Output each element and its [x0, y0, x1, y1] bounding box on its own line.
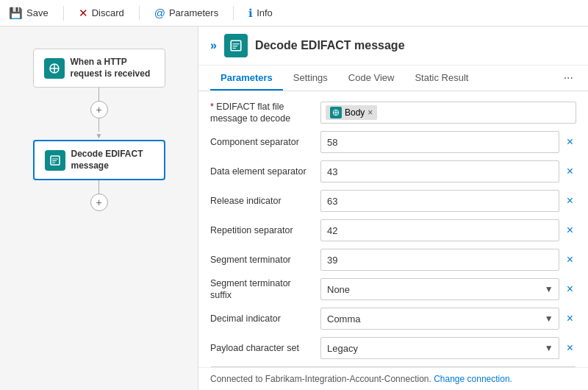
data-elem-input[interactable]	[320, 160, 559, 182]
component-sep-row: Component separator ×	[210, 130, 576, 155]
seg-term-suffix-select[interactable]: None CR LF CRLF	[320, 278, 559, 300]
component-sep-clear[interactable]: ×	[564, 134, 576, 150]
repetition-sep-row: Repetition separator ×	[210, 218, 576, 243]
toolbar-divider-2	[139, 6, 140, 21]
info-button[interactable]: ℹ Info	[248, 7, 273, 20]
repetition-sep-clear[interactable]: ×	[564, 222, 576, 238]
decimal-ind-select[interactable]: Comma Period	[320, 308, 559, 330]
connector-1: + ▼	[90, 88, 108, 140]
parameters-icon: @	[154, 7, 165, 19]
http-request-node[interactable]: When a HTTP request is received	[33, 49, 165, 88]
save-icon: 💾	[9, 7, 23, 20]
payload-clear[interactable]: ×	[564, 340, 576, 356]
collapse-button[interactable]: »	[210, 39, 217, 52]
info-icon: ℹ	[248, 7, 253, 20]
release-ind-row: Release indicator ×	[210, 188, 576, 213]
release-ind-wrap: ×	[320, 190, 576, 212]
add-step-button-1[interactable]: +	[90, 101, 108, 118]
discard-label: Discard	[92, 7, 124, 18]
data-elem-clear[interactable]: ×	[564, 163, 576, 180]
payload-select-wrap: Legacy UTF-8 UTF-16 ▼	[320, 337, 559, 359]
discard-button[interactable]: ✕ Discard	[79, 7, 124, 20]
panel-footer: Connected to Fabrikam-Integration-Accoun…	[198, 367, 588, 390]
tab-code-view[interactable]: Code View	[338, 66, 405, 91]
more-tabs-button[interactable]: ···	[561, 65, 576, 91]
seg-term-suffix-label: Segment terminator suffix	[210, 277, 320, 302]
payload-select[interactable]: Legacy UTF-8 UTF-16	[320, 337, 559, 359]
connector-line-2	[98, 180, 99, 194]
edifact-tag-input[interactable]: Body ×	[320, 102, 576, 124]
connector-line-top	[98, 88, 99, 101]
save-label: Save	[26, 7, 49, 18]
arrow-down-1: ▼	[96, 132, 103, 140]
release-ind-label: Release indicator	[210, 195, 320, 207]
http-node-icon	[44, 58, 65, 79]
payload-wrap: Legacy UTF-8 UTF-16 ▼ ×	[320, 337, 576, 359]
repetition-sep-label: Repetition separator	[210, 224, 320, 236]
tabs-bar: Parameters Settings Code View Static Res…	[198, 65, 588, 91]
data-elem-row: Data element separator ×	[210, 159, 576, 184]
tag-icon	[330, 107, 342, 118]
detail-header: » Decode EDIFACT message	[198, 26, 588, 65]
segment-term-input[interactable]	[320, 249, 559, 271]
component-sep-input[interactable]	[320, 131, 559, 153]
decode-node-icon	[45, 150, 65, 171]
detail-panel: » Decode EDIFACT message Parameters Sett…	[198, 26, 588, 390]
toolbar-divider-1	[63, 6, 64, 21]
decimal-ind-clear[interactable]: ×	[564, 311, 576, 327]
info-label: Info	[257, 7, 273, 18]
data-elem-wrap: ×	[320, 160, 576, 182]
decimal-ind-wrap: Comma Period ▼ ×	[320, 308, 576, 330]
component-sep-label: Component separator	[210, 136, 320, 148]
add-step-button-2[interactable]: +	[90, 194, 108, 211]
connector-line-bottom	[98, 118, 99, 132]
release-ind-clear[interactable]: ×	[564, 193, 576, 209]
segment-term-clear[interactable]: ×	[564, 252, 576, 268]
seg-term-suffix-clear[interactable]: ×	[564, 281, 576, 297]
release-ind-input[interactable]	[320, 190, 559, 212]
parameters-button[interactable]: @ Parameters	[154, 7, 218, 19]
body-tag: Body ×	[326, 105, 377, 120]
decimal-ind-select-wrap: Comma Period ▼	[320, 308, 559, 330]
tab-parameters[interactable]: Parameters	[210, 66, 283, 91]
http-node-label: When a HTTP request is received	[71, 57, 154, 79]
canvas-panel: When a HTTP request is received + ▼ Deco…	[0, 26, 198, 390]
tab-static-result[interactable]: Static Result	[404, 66, 478, 91]
payload-label: Payload character set	[210, 342, 320, 354]
change-connection-link[interactable]: Change connection.	[434, 374, 512, 384]
segment-term-row: Segment terminator ×	[210, 247, 576, 272]
footer-text: Connected to Fabrikam-Integration-Accoun…	[210, 374, 431, 384]
seg-term-suffix-row: Segment terminator suffix None CR LF CRL…	[210, 277, 576, 302]
toolbar: 💾 Save ✕ Discard @ Parameters ℹ Info	[0, 0, 588, 26]
form-content: EDIFACT flat file message to decode	[198, 91, 588, 367]
save-button[interactable]: 💾 Save	[9, 7, 49, 20]
data-elem-label: Data element separator	[210, 166, 320, 177]
seg-term-suffix-select-wrap: None CR LF CRLF ▼	[320, 278, 559, 300]
decimal-ind-row: Decimal indicator Comma Period ▼ ×	[210, 306, 576, 331]
component-sep-wrap: ×	[320, 131, 576, 153]
segment-term-label: Segment terminator	[210, 254, 320, 266]
segment-term-wrap: ×	[320, 249, 576, 271]
edifact-field-label: EDIFACT flat file message to decode	[210, 101, 320, 125]
main-layout: When a HTTP request is received + ▼ Deco…	[0, 26, 588, 390]
parameters-label: Parameters	[169, 7, 218, 18]
discard-icon: ✕	[79, 7, 88, 20]
toolbar-divider-3	[233, 6, 234, 21]
detail-node-icon	[224, 34, 248, 57]
detail-title: Decode EDIFACT message	[255, 39, 405, 52]
seg-term-suffix-wrap: None CR LF CRLF ▼ ×	[320, 278, 576, 300]
body-tag-close[interactable]: ×	[368, 107, 373, 118]
edifact-field-wrap: Body ×	[320, 102, 576, 124]
decode-node-label: Decode EDIFACT message	[71, 149, 154, 171]
edifact-field-row: EDIFACT flat file message to decode	[210, 100, 576, 125]
decode-edifact-node[interactable]: Decode EDIFACT message	[33, 140, 165, 180]
body-tag-label: Body	[345, 107, 365, 118]
connector-2: +	[90, 180, 108, 211]
decimal-ind-label: Decimal indicator	[210, 313, 320, 325]
payload-row: Payload character set Legacy UTF-8 UTF-1…	[210, 336, 576, 361]
repetition-sep-wrap: ×	[320, 219, 576, 241]
repetition-sep-input[interactable]	[320, 219, 559, 241]
tab-settings[interactable]: Settings	[283, 66, 338, 91]
